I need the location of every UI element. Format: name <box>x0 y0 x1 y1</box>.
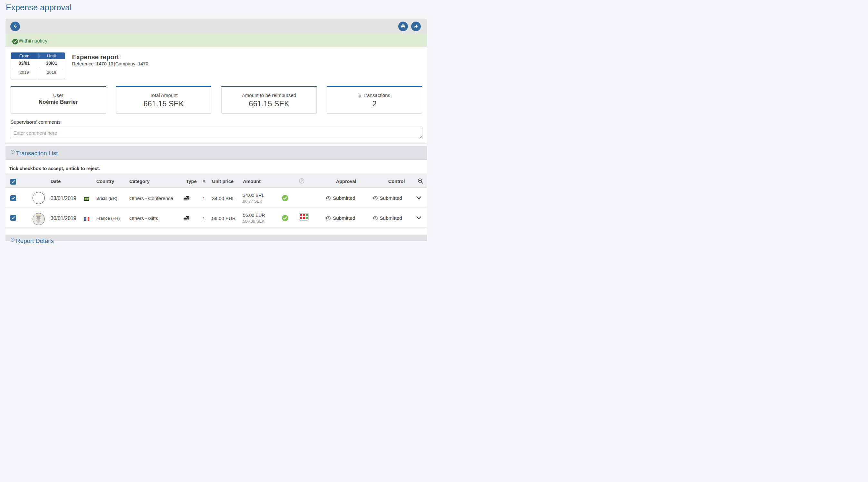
svg-text:?: ? <box>301 179 303 183</box>
